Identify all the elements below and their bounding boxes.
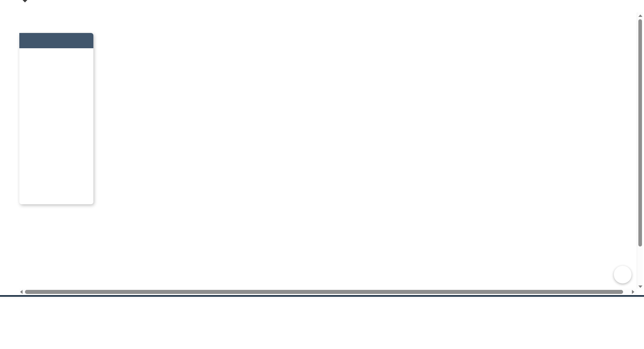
horizontal-scrollbar[interactable]: [19, 289, 637, 295]
sidebar: [0, 0, 16, 295]
app-root: [0, 0, 644, 349]
topbar: [19, 2, 644, 12]
scroll-left-arrow[interactable]: [20, 290, 23, 294]
scroll-down-arrow[interactable]: [638, 285, 642, 288]
vertical-scrollbar-thumb[interactable]: [638, 19, 642, 246]
annotation-box-recipe-and-modifers: [15, 127, 91, 142]
submenu-panel: [19, 33, 93, 204]
submenu-header: [19, 33, 93, 48]
bottom-border-bar: [0, 295, 644, 297]
scroll-up-arrow[interactable]: [638, 14, 642, 17]
bottom-divider-line: [0, 298, 644, 298]
horizontal-scrollbar-thumb[interactable]: [25, 290, 623, 294]
vertical-scrollbar[interactable]: [637, 12, 643, 289]
fab-button[interactable]: [614, 266, 632, 283]
scroll-right-arrow[interactable]: [632, 290, 634, 294]
notification-badge: [628, 264, 635, 271]
